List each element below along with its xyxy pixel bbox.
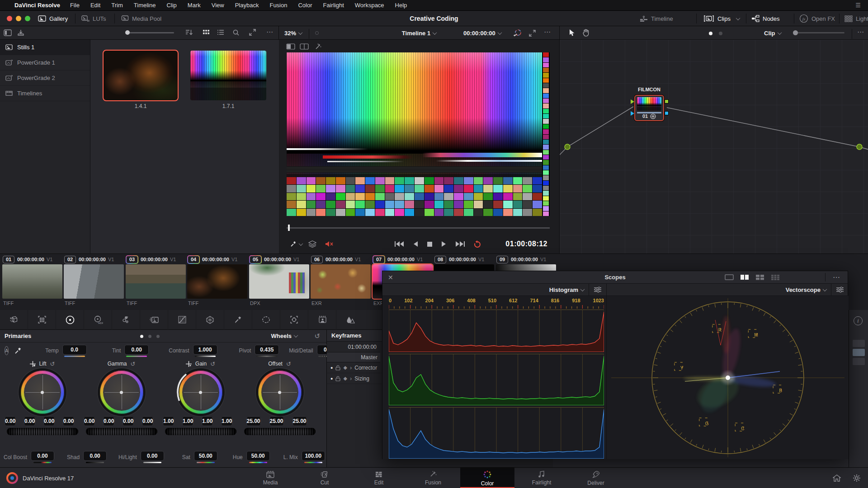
lift-b-input[interactable]: 0.00 <box>63 416 74 426</box>
pivot-input[interactable]: 0.435 <box>255 345 279 355</box>
lift-reset-icon[interactable]: ↺ <box>50 361 55 367</box>
timeline-toggle-button[interactable]: Timeline <box>640 11 673 26</box>
select-tool-icon[interactable] <box>569 29 575 37</box>
node-graph-canvas[interactable]: FILMCON 01 <box>560 40 868 253</box>
lift-y-input[interactable]: 0.00 <box>5 416 16 426</box>
settings-gear-icon[interactable] <box>853 474 861 482</box>
node-rgb-output-port[interactable] <box>665 99 669 103</box>
offset-master-wheel[interactable] <box>244 428 316 435</box>
edge-panel-box-active[interactable] <box>853 349 865 356</box>
edge-panel-box[interactable] <box>853 340 865 347</box>
expand-icon[interactable] <box>249 29 256 36</box>
palette-tab-curves-icon[interactable] <box>168 310 196 330</box>
sidebar-item-powergrade-1[interactable]: PowerGrade 1 <box>0 55 90 70</box>
wheels-mode-dropdown[interactable]: Wheels <box>271 333 297 339</box>
gamma-color-wheel[interactable] <box>100 371 143 414</box>
clip-thumbnail[interactable] <box>2 264 62 299</box>
lock-icon[interactable] <box>335 376 340 381</box>
clip-thumbnail[interactable] <box>311 264 371 299</box>
palette-tab-motion-effects-icon[interactable] <box>140 310 168 330</box>
menu-fairlight[interactable]: Fairlight <box>318 2 349 9</box>
offset-color-wheel[interactable] <box>258 371 302 414</box>
stop-icon[interactable] <box>427 241 433 247</box>
thumbnail-size-knob[interactable] <box>125 30 130 35</box>
page-tab-fusion[interactable]: Fusion <box>406 468 460 488</box>
node-zoom-slider[interactable] <box>795 32 844 33</box>
gamma-y-input[interactable]: 0.00 <box>84 416 95 426</box>
keyframes-master-row[interactable]: Master <box>327 352 380 362</box>
palette-tab-camera-raw-icon[interactable] <box>0 310 28 330</box>
lift-r-input[interactable]: 0.00 <box>24 416 35 426</box>
viewer-scrubber[interactable] <box>287 227 550 229</box>
sidebar-item-stills-1[interactable]: Stills 1 <box>0 40 90 55</box>
shad-input[interactable]: 0.00 <box>83 451 107 461</box>
lift-g-input[interactable]: 0.00 <box>43 416 55 426</box>
clip-item-05[interactable]: 0500:00:00:00V1 DPX <box>249 254 311 310</box>
menu-file[interactable]: File <box>65 2 85 9</box>
gamma-r-input[interactable]: 0.00 <box>103 416 114 426</box>
page-tab-edit[interactable]: Edit <box>352 468 406 488</box>
color-boost-icon[interactable] <box>513 28 522 38</box>
palette-tab-color-wheels-icon[interactable] <box>56 310 84 330</box>
hi-light-input[interactable]: 0.00 <box>141 451 164 461</box>
clip-item-06[interactable]: 0600:00:00:00V1 EXR <box>311 254 372 310</box>
gamma-master-wheel[interactable] <box>86 428 157 435</box>
scopes-layout-2up-icon[interactable] <box>740 274 749 280</box>
lightbox-toggle-button[interactable]: Lightbox <box>844 11 868 26</box>
thumbnail-view-icon[interactable] <box>203 29 210 36</box>
sidebar-toggle-icon[interactable] <box>4 29 12 36</box>
gain-picker-icon[interactable] <box>186 361 192 367</box>
palette-tab-qualifier-icon[interactable] <box>224 310 252 330</box>
col-boost-input[interactable]: 0.00 <box>31 451 54 461</box>
offset-b-input[interactable]: 25.00 <box>292 416 307 426</box>
keyframe-diamond-icon[interactable]: ◆ <box>343 375 347 381</box>
menu-color[interactable]: Color <box>292 2 317 9</box>
node-rgb-input-port[interactable] <box>631 99 634 104</box>
offset-g-input[interactable]: 25.00 <box>269 416 284 426</box>
hue-input[interactable]: 50.00 <box>246 451 270 461</box>
enable-dot-icon[interactable]: ● <box>330 376 333 381</box>
gain-b-input[interactable]: 1.00 <box>221 416 232 426</box>
project-manager-icon[interactable] <box>833 474 841 482</box>
menu-workspace[interactable]: Workspace <box>349 2 390 9</box>
page-tab-media[interactable]: Media <box>243 468 297 488</box>
page-tab-color-active[interactable]: Color <box>460 468 514 488</box>
scopes-layout-4up-icon[interactable] <box>755 274 764 280</box>
gain-y-input[interactable]: 1.00 <box>163 416 174 426</box>
node-key-output-port[interactable] <box>665 111 669 115</box>
menu-playback[interactable]: Playback <box>230 2 264 9</box>
list-view-icon[interactable] <box>217 29 224 36</box>
l-mix-input[interactable]: 100.00 <box>302 451 325 461</box>
wipe-mode-icon[interactable] <box>286 43 295 50</box>
highlight-icon[interactable] <box>314 43 322 51</box>
vectorscope-type-dropdown[interactable]: Vectorscope <box>786 286 826 293</box>
play-icon[interactable] <box>441 241 447 247</box>
scopes-close-icon[interactable]: ✕ <box>388 274 393 281</box>
white-balance-picker-icon[interactable] <box>14 347 22 355</box>
expand-chevron-icon[interactable]: › <box>350 375 352 382</box>
menu-clip[interactable]: Clip <box>161 2 182 9</box>
gain-reset-icon[interactable]: ↺ <box>210 361 215 367</box>
corrector-node-filmcon[interactable]: FILMCON 01 <box>634 95 664 121</box>
grab-still-icon[interactable] <box>17 29 24 36</box>
contrast-input[interactable]: 1.000 <box>193 345 217 355</box>
palette-tab-blur-icon[interactable] <box>336 310 364 330</box>
reset-all-icon[interactable]: ↺ <box>314 332 320 340</box>
still-chevron-icon[interactable] <box>299 241 303 246</box>
clip-item-04[interactable]: 0400:00:00:00V1 TIFF <box>187 254 249 310</box>
sidebar-item-powergrade-2[interactable]: PowerGrade 2 <box>0 70 90 86</box>
clip-thumbnail[interactable] <box>126 264 186 299</box>
enable-dot-icon[interactable]: ● <box>330 366 333 370</box>
app-menu[interactable]: DaVinci Resolve <box>14 2 60 9</box>
page-tab-deliver[interactable]: Deliver <box>569 468 623 488</box>
viewer-expand-icon[interactable] <box>529 30 536 37</box>
open-fx-toggle-button[interactable]: fx Open FX <box>799 11 835 26</box>
gamma-reset-icon[interactable]: ↺ <box>130 361 135 367</box>
gamma-g-input[interactable]: 0.00 <box>123 416 134 426</box>
nodes-toggle-button[interactable]: Nodes <box>751 11 780 26</box>
scopes-layout-grid-icon[interactable] <box>771 274 780 280</box>
palette-tab-tracker-icon[interactable] <box>280 310 308 330</box>
play-reverse-icon[interactable] <box>412 241 419 247</box>
viewer-image[interactable] <box>287 52 550 216</box>
edge-panel-box[interactable] <box>853 358 865 365</box>
